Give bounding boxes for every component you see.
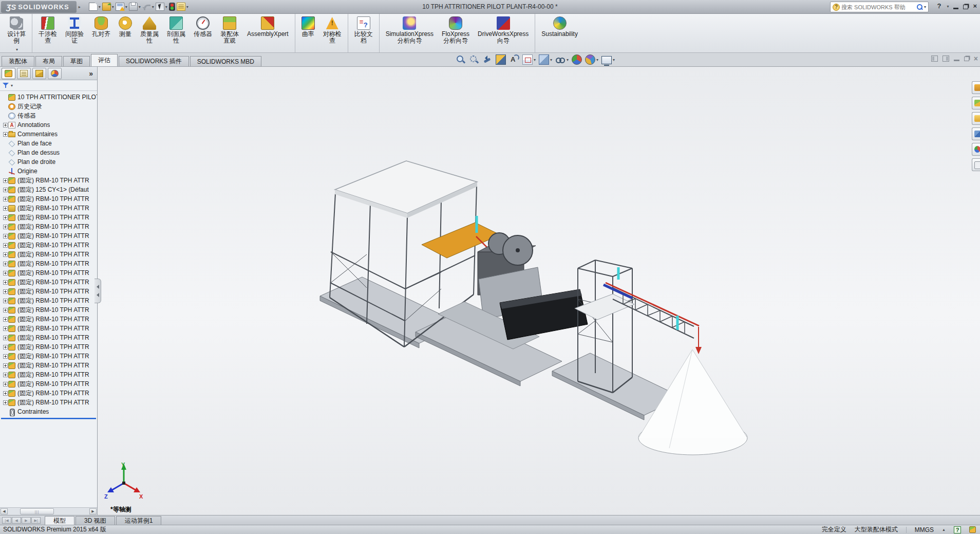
tree-item[interactable]: (固定) RBM-10 TPH ATTR <box>0 250 97 259</box>
expand-plus-icon[interactable] <box>3 262 8 266</box>
expand-plus-icon[interactable] <box>3 308 8 312</box>
command-tab[interactable]: 装配体 <box>2 56 34 66</box>
model-tab-nav-button[interactable]: |◀ <box>2 517 11 524</box>
tree-item[interactable]: Contraintes <box>0 407 97 416</box>
expand-plus-icon[interactable] <box>3 178 8 183</box>
panel-tab[interactable] <box>48 68 62 79</box>
ribbon-button[interactable]: 干涉检 查 <box>32 14 61 52</box>
scroll-right-icon[interactable]: ▶ <box>89 508 97 514</box>
expand-plus-icon[interactable] <box>3 336 8 340</box>
ribbon-button[interactable]: 间隙验 证 <box>61 14 88 52</box>
tree-item[interactable]: (固定) RBM-10 TPH ATTR <box>0 268 97 278</box>
ribbon-button[interactable]: 对称检 查 <box>319 14 346 52</box>
model-3d-view[interactable] <box>98 67 980 515</box>
expand-plus-icon[interactable] <box>3 280 8 285</box>
pane-right-icon[interactable] <box>943 56 949 62</box>
quick-tips-icon[interactable]: ? <box>954 526 961 533</box>
tree-item[interactable]: Plan de face <box>0 139 97 148</box>
ribbon-button[interactable]: 传感器 <box>190 14 216 52</box>
tree-item[interactable]: (固定) RBM-10 TPH ATTR <box>0 204 97 213</box>
task-pane-tab-icon[interactable] <box>972 112 980 125</box>
ribbon-button[interactable]: 设计算 例 ▾ <box>3 14 30 52</box>
ribbon-button[interactable]: AssemblyXpert <box>243 14 293 52</box>
scrollbar-track[interactable]: ||| <box>8 508 89 514</box>
panel-splitter-handle[interactable] <box>95 279 101 303</box>
dropdown-caret-icon[interactable]: ▾ <box>99 5 101 9</box>
command-tab[interactable]: 布局 <box>35 56 62 66</box>
tree-item[interactable]: (固定) RBM-10 TPH ATTR <box>0 278 97 287</box>
tree-item[interactable]: (固定) RBM-10 TPH ATTR <box>0 379 97 389</box>
search-input[interactable] <box>841 4 915 10</box>
tree-item[interactable]: (固定) 125 CY<1> (Défaut <box>0 185 97 194</box>
expand-plus-icon[interactable] <box>3 391 8 396</box>
assembly-mode-label[interactable]: 大型装配体模式 <box>855 525 898 534</box>
dropdown-caret-icon[interactable]: ▾ <box>165 5 167 9</box>
expand-plus-icon[interactable] <box>3 382 8 386</box>
expand-plus-icon[interactable] <box>3 373 8 377</box>
logo-flyout-caret-icon[interactable]: ▸ <box>79 5 81 9</box>
view-toolbar-button[interactable] <box>496 54 506 65</box>
quick-access-button[interactable]: ▾ <box>177 3 189 11</box>
expand-plus-icon[interactable] <box>3 354 8 359</box>
quick-access-button[interactable]: ▾ <box>89 3 101 11</box>
panel-tab[interactable] <box>32 68 46 79</box>
ribbon-button[interactable]: DriveWorksXpress 向导 <box>474 14 533 52</box>
document-minimize-button[interactable] <box>954 60 959 61</box>
quick-access-button[interactable]: ▾ <box>142 3 154 11</box>
search-caret-icon[interactable]: ▾ <box>924 5 926 9</box>
tree-item[interactable]: 历史记录 <box>0 102 97 111</box>
task-pane-tab-icon[interactable] <box>972 143 980 156</box>
expand-plus-icon[interactable] <box>3 197 8 201</box>
expand-plus-icon[interactable] <box>3 317 8 322</box>
panel-tab[interactable] <box>17 68 31 79</box>
document-close-button[interactable]: × <box>974 55 978 62</box>
tree-item[interactable]: (固定) RBM-10 TPH ATTR <box>0 296 97 305</box>
quick-access-button[interactable]: ▾ <box>129 3 141 11</box>
model-tab[interactable]: 运动算例1 <box>116 516 162 525</box>
expand-plus-icon[interactable] <box>3 234 8 238</box>
ribbon-button[interactable]: 比较文 档 <box>348 14 377 52</box>
ribbon-button[interactable]: 曲率 <box>295 14 319 52</box>
tree-item[interactable]: (固定) RBM-10 TPH ATTR <box>0 370 97 379</box>
tree-item[interactable]: (固定) RBM-10 TPH ATTR <box>0 333 97 342</box>
tree-item[interactable]: (固定) RBM-10 TPH ATTR <box>0 222 97 231</box>
quick-access-button[interactable]: ▾ <box>156 3 167 11</box>
tree-item[interactable]: Plan de dessus <box>0 148 97 157</box>
command-tab[interactable]: SOLIDWORKS MBD <box>190 56 261 66</box>
expand-plus-icon[interactable] <box>3 225 8 229</box>
tree-item[interactable]: Annotations <box>0 120 97 130</box>
tree-item[interactable]: (固定) RBM-10 TPH ATTR <box>0 176 97 185</box>
ribbon-button[interactable]: 剖面属 性 <box>163 14 190 52</box>
tree-horizontal-scrollbar[interactable]: ◀ ||| ▶ <box>0 507 97 515</box>
tree-item[interactable]: (固定) RBM-10 TPH ATTR <box>0 342 97 352</box>
command-tab[interactable]: SOLIDWORKS 插件 <box>119 56 189 66</box>
view-toolbar-button[interactable]: ▾ <box>585 54 598 65</box>
tree-item[interactable]: (固定) RBM-10 TPH ATTR <box>0 194 97 204</box>
command-tab[interactable]: 评估 <box>91 54 118 66</box>
dropdown-caret-icon[interactable]: ▾ <box>534 58 536 62</box>
expand-plus-icon[interactable] <box>3 345 8 349</box>
help-button[interactable]: ? <box>937 3 941 10</box>
expand-plus-icon[interactable] <box>3 289 8 294</box>
expand-plus-icon[interactable] <box>3 400 8 405</box>
dropdown-caret-icon[interactable]: ▾ <box>596 58 598 62</box>
view-toolbar-button[interactable] <box>456 54 466 65</box>
view-toolbar-button[interactable] <box>469 54 479 65</box>
tree-item[interactable]: (固定) RBM-10 TPH ATTR <box>0 231 97 241</box>
tree-item[interactable]: (固定) RBM-10 TPH ATTR <box>0 389 97 398</box>
expand-plus-icon[interactable] <box>3 252 8 257</box>
model-tab[interactable]: 3D 视图 <box>76 516 115 525</box>
dropdown-caret-icon[interactable]: ▾ <box>186 5 189 9</box>
tree-root-item[interactable]: 10 TPH ATTRITIONER PILOT <box>0 93 97 102</box>
tag-icon[interactable] <box>969 526 976 533</box>
dropdown-caret-icon[interactable]: ▾ <box>567 58 569 62</box>
help-search-box[interactable]: ? ▾ <box>830 2 929 12</box>
expand-plus-icon[interactable] <box>3 123 8 127</box>
tree-item[interactable]: (固定) RBM-10 TPH ATTR <box>0 398 97 407</box>
tree-item[interactable]: Plan de droite <box>0 157 97 167</box>
tree-item[interactable]: (固定) RBM-10 TPH ATTR <box>0 305 97 315</box>
task-pane-tab-icon[interactable] <box>972 97 980 109</box>
tree-item[interactable]: Commentaires <box>0 130 97 139</box>
pane-left-icon[interactable] <box>931 56 938 62</box>
ribbon-button[interactable]: FloXpress 分析向导 <box>438 14 474 52</box>
